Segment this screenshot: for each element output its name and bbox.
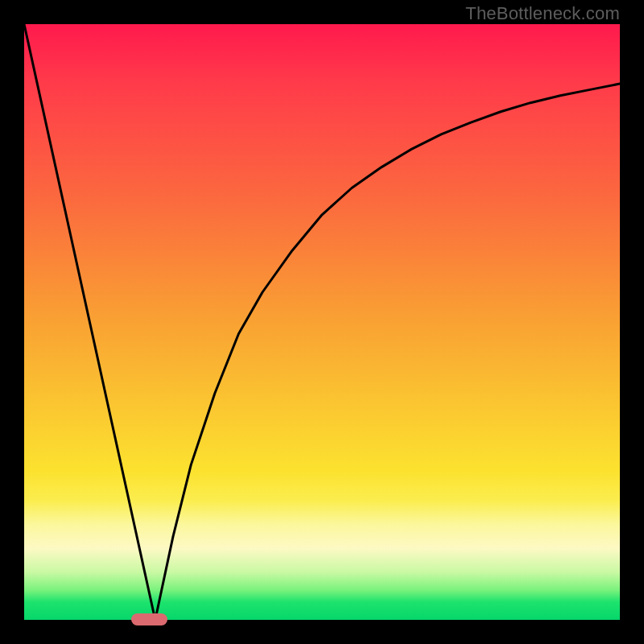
minimum-marker [131, 613, 167, 625]
chart-frame: TheBottleneck.com [0, 0, 644, 644]
watermark-text: TheBottleneck.com [465, 3, 620, 24]
curve-layer [24, 24, 620, 620]
plot-area [24, 24, 620, 620]
bottleneck-curve [24, 24, 620, 620]
